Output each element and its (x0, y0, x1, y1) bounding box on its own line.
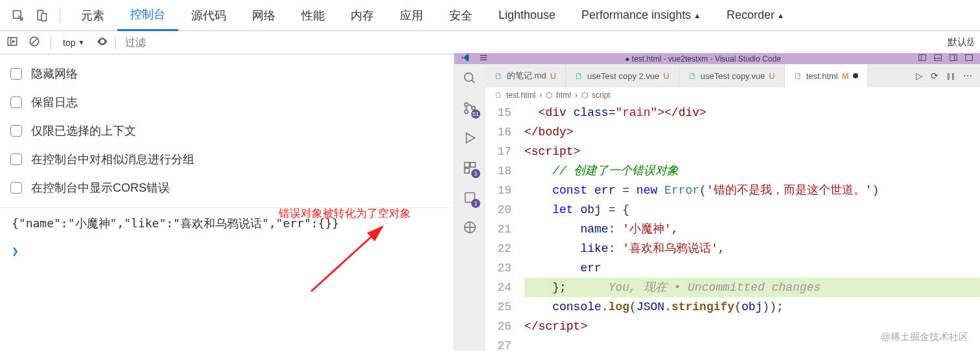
file-icon: 🗋 (495, 91, 502, 100)
devtools-tab-bar: 元素控制台源代码网络性能内存应用安全LighthousePerformance … (0, 0, 980, 31)
editor-tab[interactable]: 🗋useTest copy 2.vue U (566, 64, 679, 87)
setting-label: 隐藏网络 (31, 66, 78, 82)
checkbox[interactable] (10, 182, 22, 194)
svg-point-17 (465, 73, 473, 82)
annotation-arrow (298, 220, 441, 304)
filter-input[interactable] (122, 34, 941, 51)
code-line[interactable]: let obj = { (524, 200, 980, 220)
devtools-tab[interactable]: Lighthouse (485, 0, 568, 31)
inspect-icon[interactable] (8, 5, 29, 26)
symbol-icon: ⬡ (581, 91, 588, 100)
code-line[interactable]: console.log(JSON.stringify(obj)); (524, 297, 980, 317)
run-icon[interactable]: ▷ (916, 71, 923, 81)
editor-tab[interactable]: 🗋useTest copy.vue U (679, 64, 785, 87)
vscode-window: ● test.html - vue2testxm - Visual Studio… (454, 53, 980, 351)
remote-icon[interactable] (461, 218, 479, 236)
svg-point-19 (465, 103, 469, 107)
search-icon[interactable] (461, 69, 479, 87)
file-icon: 🗋 (794, 71, 802, 81)
code-line[interactable]: </body> (524, 122, 980, 142)
setting-label: 仅限已选择的上下文 (31, 123, 136, 139)
ext-icon[interactable]: 1 (461, 188, 479, 207)
code-line[interactable]: <div class="rain"></div> (524, 103, 980, 122)
activity-bar: 51 1 1 (454, 64, 485, 351)
devtools-tab[interactable]: 应用 (387, 0, 436, 31)
setting-label: 在控制台中对相似消息进行分组 (31, 152, 194, 167)
setting-label: 在控制台中显示CORS错误 (31, 180, 170, 196)
extensions-icon[interactable]: 1 (461, 159, 479, 177)
eye-icon[interactable] (96, 35, 109, 50)
breadcrumb[interactable]: 🗋 test.html › ⬡ html › ⬡ script (485, 87, 980, 103)
clear-console-icon[interactable] (29, 36, 44, 49)
setting-label: 保留日志 (31, 95, 78, 110)
symbol-icon: ⬡ (546, 91, 552, 100)
console-setting-row[interactable]: 在控制台中显示CORS错误 (8, 174, 446, 202)
window-title: ● test.html - vue2testxm - Visual Studio… (488, 54, 918, 63)
watermark: @稀土掘金技术社区 (881, 331, 968, 343)
dirty-indicator (853, 73, 858, 78)
svg-line-6 (311, 227, 382, 291)
code-editor[interactable]: 15161718192021222324252627 <div class="r… (485, 103, 980, 351)
file-icon: 🗋 (575, 71, 583, 81)
annotation-label: 错误对象被转化为了空对象 (279, 206, 411, 221)
code-line[interactable]: like: '喜欢和乌鸦说话', (524, 239, 980, 258)
file-icon: 🗋 (688, 71, 697, 81)
svg-line-18 (472, 80, 475, 84)
context-selector[interactable]: top ▼ (58, 36, 89, 49)
debug-icon[interactable] (461, 129, 479, 147)
svg-rect-22 (465, 163, 469, 167)
svg-rect-10 (919, 54, 926, 60)
console-setting-row[interactable]: 仅限已选择的上下文 (8, 117, 446, 145)
menu-icon[interactable] (479, 53, 488, 64)
editor-tabs: 🗋的笔记.md U🗋useTest copy 2.vue U🗋useTest c… (485, 64, 980, 87)
checkbox[interactable] (10, 153, 22, 165)
svg-rect-24 (465, 168, 469, 173)
code-line[interactable]: }; You, 现在 • Uncommitted changes (524, 278, 980, 297)
layout-full-icon[interactable] (964, 53, 974, 64)
split-icon[interactable]: ⫿⫿ (946, 71, 955, 81)
layout-bottom-icon[interactable] (933, 53, 942, 64)
console-setting-row[interactable]: 隐藏网络 (8, 60, 446, 88)
file-icon: 🗋 (495, 71, 503, 81)
devtools-tab[interactable]: 性能 (288, 0, 338, 31)
code-line[interactable]: name: '小魔神', (524, 220, 980, 239)
code-line[interactable]: // 创建了一个错误对象 (524, 161, 980, 181)
checkbox[interactable] (10, 96, 22, 108)
vscode-titlebar: ● test.html - vue2testxm - Visual Studio… (454, 53, 980, 64)
vscode-logo-icon (461, 53, 470, 64)
devtools-tab[interactable]: 网络 (239, 0, 288, 31)
more-icon[interactable]: ⋯ (963, 71, 972, 81)
layout-right-icon[interactable] (949, 53, 958, 64)
console-toolbar: top ▼ 默认级别 (0, 31, 980, 54)
console-left-panel: 隐藏网络保留日志仅限已选择的上下文在控制台中对相似消息进行分组在控制台中显示CO… (0, 54, 454, 351)
editor-tab[interactable]: 🗋的笔记.md U (485, 64, 566, 87)
console-setting-row[interactable]: 保留日志 (8, 88, 446, 117)
code-line[interactable]: <script> (524, 142, 980, 161)
sidebar-toggle-icon[interactable] (6, 36, 22, 49)
svg-rect-23 (471, 163, 475, 167)
scm-icon[interactable]: 51 (461, 99, 479, 117)
checkbox[interactable] (10, 125, 22, 137)
code-line[interactable]: err (524, 258, 980, 278)
checkbox[interactable] (10, 68, 22, 80)
editor-tab[interactable]: 🗋test.html M (785, 64, 868, 87)
code-line[interactable]: const err = new Error('错的不是我，而是这个世道。') (524, 181, 980, 200)
devtools-tab[interactable]: 元素 (68, 0, 117, 31)
levels-label[interactable]: 默认级别 (948, 36, 974, 49)
console-setting-row[interactable]: 在控制台中对相似消息进行分组 (8, 145, 446, 174)
devtools-tab[interactable]: 控制台 (117, 0, 178, 31)
devtools-tab[interactable]: Recorder ▲ (714, 0, 797, 31)
devtools-tab[interactable]: 安全 (436, 0, 485, 31)
svg-line-5 (32, 39, 38, 45)
svg-rect-14 (950, 54, 957, 60)
svg-rect-2 (41, 13, 47, 21)
svg-rect-16 (966, 54, 973, 60)
svg-point-20 (465, 110, 469, 114)
devtools-tab[interactable]: 内存 (338, 0, 387, 31)
refresh-icon[interactable]: ⟳ (931, 71, 939, 81)
device-toggle-icon[interactable] (31, 5, 52, 26)
devtools-tab[interactable]: 源代码 (178, 0, 239, 31)
layout-left-icon[interactable] (918, 53, 927, 64)
devtools-tab[interactable]: Performance insights ▲ (568, 0, 714, 31)
svg-rect-12 (935, 54, 942, 60)
